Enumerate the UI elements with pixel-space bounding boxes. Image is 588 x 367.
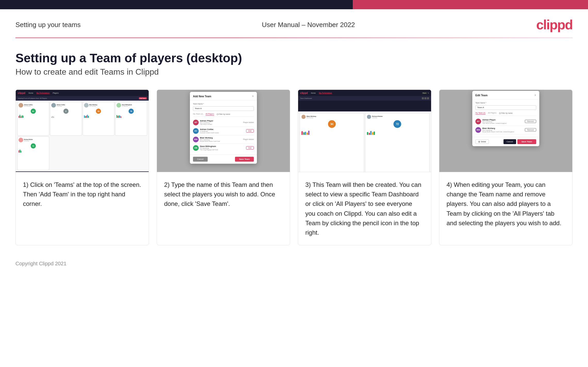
- edit-tab-all-players[interactable]: All Players: [488, 112, 497, 114]
- edit-dialog-title: Edit Team: [475, 94, 488, 97]
- page-title-main: Setting up a Team of players (desktop): [15, 51, 573, 65]
- edit-save-team-button[interactable]: Save Team: [517, 139, 536, 144]
- ss3-bar-1: [301, 131, 303, 135]
- top-bar: [0, 0, 588, 9]
- ss1-player-5: Richard Butler 3 Handicap 72: [17, 136, 49, 170]
- card-2: Add New Team × Team Name * My Team (2) A…: [157, 90, 290, 245]
- edit-dialog-close-icon[interactable]: ×: [534, 93, 536, 97]
- ss1-subnav: Viewing 8 out of 8 players from: All Pla…: [16, 96, 149, 101]
- tab-all-players[interactable]: All Players: [206, 113, 214, 116]
- copyright-text: Copyright Clippd 2021: [15, 261, 66, 266]
- edit-player-name-2: Blair McHarg: [482, 127, 514, 129]
- card-1: clippd Home My Performance Players Viewi…: [15, 90, 149, 245]
- ss1-player-1: Adrian Collins Plus Handicap 84: [17, 102, 49, 136]
- ss3-bar-4: [307, 133, 308, 135]
- dialog-header: Add New Team ×: [190, 92, 257, 100]
- ss3-bar-8: [370, 131, 372, 135]
- edit-dialog-body: Team Name * My Team (2) All Players Filt…: [472, 99, 539, 137]
- ss3-player-info-1: Blair McHarg Plus Handicap: [307, 116, 316, 118]
- dialog-body: Team Name * My Team (2) All Players Filt…: [190, 100, 257, 154]
- card-4: Edit Team × Team Name * My Team (2) All …: [439, 90, 573, 245]
- save-team-button[interactable]: Save Team: [235, 157, 254, 162]
- edit-filter-checkbox[interactable]: [499, 112, 501, 114]
- card-4-text: 4) When editing your Team, you can chang…: [439, 172, 572, 245]
- dialog-title: Add New Team: [193, 95, 211, 98]
- ss1-grid: Adrian Collins Plus Handicap 84: [16, 101, 149, 171]
- page-title-sub: How to create and edit Teams in Clippd: [15, 67, 573, 77]
- player-list: AP Adrian Player Plus Handicap The Shire…: [193, 118, 254, 152]
- card-3: clippd Home My Performance Players ✎ Tea…: [298, 90, 431, 245]
- tab-my-team[interactable]: My Team (2): [193, 113, 203, 115]
- card-2-text: 2) Type the name of this Team and then s…: [157, 172, 290, 245]
- team-name-input[interactable]: [193, 106, 254, 111]
- trash-icon: 🗑: [478, 141, 480, 143]
- card-3-text: 3) This Team will then be created. You c…: [298, 172, 431, 245]
- edit-team-name-label: Team Name *: [475, 102, 536, 104]
- edit-cancel-button[interactable]: Cancel: [503, 139, 516, 144]
- ss3-player-2: Richard Butler 3 Handicap 72: [365, 113, 430, 172]
- edit-team-name-input[interactable]: [475, 105, 536, 110]
- edit-filter-by-name: Filter by name: [499, 112, 513, 114]
- ss3-icons: [422, 97, 429, 99]
- edit-dialog-tabs: My Team (2) All Players Filter by name: [475, 112, 536, 116]
- ss3-players-btn: Players: [422, 92, 427, 94]
- player-info-3: Blair McHarg Plus Handicap Royal North D…: [200, 137, 220, 142]
- remove-player-button-2[interactable]: Remove: [525, 128, 536, 132]
- edit-tab-my-team[interactable]: My Team (2): [475, 112, 485, 115]
- player-location-1: The Shire London: [200, 124, 213, 125]
- ss3-grid: Blair McHarg Plus Handicap 94: [298, 111, 431, 172]
- player-name-1: Adrian Player: [200, 120, 213, 122]
- header-center-text: User Manual – November 2022: [262, 21, 355, 29]
- ss3-player-1: Blair McHarg Plus Handicap 94: [300, 113, 364, 172]
- ss3-avatar-2: [367, 115, 371, 119]
- remove-player-button-1[interactable]: Remove: [525, 120, 536, 123]
- ss3-player-info-2: Richard Butler 3 Handicap: [372, 116, 383, 118]
- add-player-button-4[interactable]: Add: [246, 146, 254, 150]
- delete-label: Delete: [481, 141, 486, 143]
- add-player-button-2[interactable]: Add: [246, 129, 254, 133]
- edit-footer-actions: Cancel Save Team: [503, 139, 536, 144]
- ss3-pencil-icon[interactable]: ✎: [428, 92, 429, 94]
- player-avatar-3: BM: [193, 137, 199, 142]
- edit-player-name-1: Adrian Player: [482, 119, 507, 121]
- card-2-screenshot: Add New Team × Team Name * My Team (2) A…: [157, 90, 290, 172]
- ss3-score-2: 72: [393, 120, 401, 128]
- player-name-3: Blair McHarg: [200, 137, 220, 139]
- ss3-nav-home: Home: [311, 92, 316, 94]
- delete-team-button[interactable]: 🗑 Delete: [475, 139, 489, 144]
- dialog-close-icon[interactable]: ×: [252, 94, 254, 98]
- ss3-sub-text: Team Dashboard: [300, 98, 312, 99]
- player-added-label-3: Player Added: [243, 138, 254, 140]
- ss3-bar-7: [369, 133, 370, 135]
- ss2-dialog-bg: Add New Team × Team Name * My Team (2) A…: [157, 90, 290, 172]
- cancel-button[interactable]: Cancel: [193, 157, 208, 162]
- ss3-subnav: Team Dashboard: [298, 96, 431, 101]
- card-4-screenshot: Edit Team × Team Name * My Team (2) All …: [439, 90, 572, 172]
- edit-team-dialog: Edit Team × Team Name * My Team (2) All …: [472, 91, 539, 146]
- header: Setting up your teams User Manual – Nove…: [0, 9, 588, 38]
- ss3-bar-10: [374, 132, 375, 135]
- player-list-item-2: AC Adrian Coliba 1 Handicap Central Lond…: [193, 127, 254, 135]
- player-location-2: Central London Golf Centre: [200, 132, 219, 134]
- ss3-logo: clippd: [300, 92, 308, 94]
- player-info-1: Adrian Player Plus Handicap The Shire Lo…: [200, 120, 213, 125]
- edit-player-list: AP Adrian Player Plus Handicap The Shire…: [475, 117, 536, 134]
- ss1-player-3: Blair McHarg Plus Handicap 94: [83, 102, 115, 136]
- ss1-nav-home: Home: [28, 92, 33, 94]
- player-info-4: Dave Billingham 3.5 Handicap The Gog Mag…: [200, 145, 218, 151]
- card-3-screenshot: clippd Home My Performance Players ✎ Tea…: [298, 90, 431, 172]
- player-info-2: Adrian Coliba 1 Handicap Central London …: [200, 128, 219, 134]
- ss3-bar-2: [303, 132, 305, 135]
- filter-checkbox[interactable]: [217, 113, 218, 115]
- filter-by-name: Filter by name: [217, 113, 230, 115]
- ss3-bar-6: [367, 132, 368, 135]
- edit-player-item-1: AP Adrian Player Plus Handicap The Shire…: [475, 117, 536, 126]
- player-added-label-1: Player Added: [243, 121, 254, 123]
- edit-player-info-2: Blair McHarg Plus Handicap Royal North D…: [482, 127, 514, 133]
- ss3-dashboard: clippd Home My Performance Players ✎ Tea…: [298, 90, 431, 172]
- player-location-4: The Gog Magog Golf Club: [200, 149, 218, 151]
- ss3-avatar-1: [301, 115, 306, 119]
- player-list-item-4: DB Dave Billingham 3.5 Handicap The Gog …: [193, 144, 254, 152]
- ss3-bar-3: [305, 132, 306, 135]
- cards-container: clippd Home My Performance Players Viewi…: [0, 84, 588, 256]
